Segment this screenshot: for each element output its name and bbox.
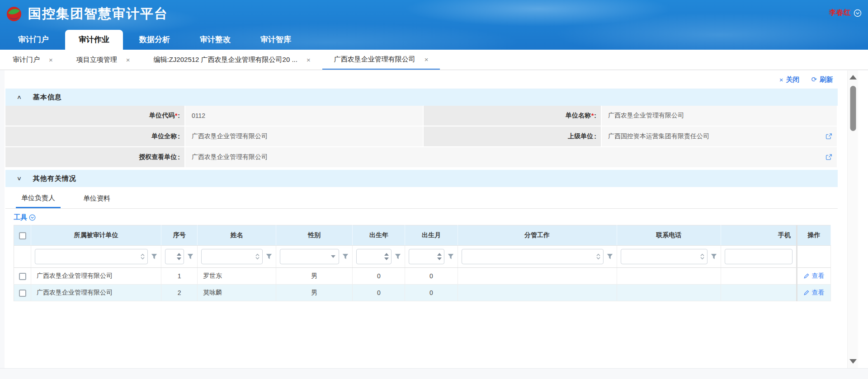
col-header-birth-month: 出生月 (405, 225, 458, 246)
main-nav: 审计门户 审计作业 数据分析 审计整改 审计智库 (5, 30, 305, 50)
page-tab-edit-project[interactable]: 编辑:ZJ202512 广西农垦企业管理有限公司20 ... × (142, 50, 322, 70)
nav-item-data-analysis[interactable]: 数据分析 (126, 30, 184, 50)
vertical-scrollbar[interactable] (847, 70, 858, 368)
cell-name: 罗世东 (198, 268, 276, 285)
nav-item-audit-work[interactable]: 审计作业 (65, 30, 123, 50)
cell-name: 莫咏麟 (198, 285, 276, 301)
section-basic-info[interactable]: ∧ 基本信息 (5, 89, 838, 106)
refresh-icon: ⟳ (811, 75, 817, 84)
bottom-strip (0, 368, 868, 379)
filter-funnel-icon[interactable] (151, 253, 157, 260)
filter-name-input[interactable] (201, 249, 263, 264)
app-header: 国控集团智慧审计平台 李春红 审计门户 审计作业 数据分析 审计整改 审计智库 (0, 0, 868, 50)
pencil-icon (803, 290, 809, 295)
scroll-up-arrow-icon[interactable] (849, 75, 857, 80)
tools-dropdown[interactable]: 工具 (14, 211, 36, 223)
col-header-mobile: 手机 (721, 225, 797, 246)
field-value-unit-code[interactable]: 0112 (185, 106, 423, 126)
section-other-info[interactable]: ∨ 其他有关情况 (5, 170, 838, 187)
close-page-label: 关闭 (786, 75, 799, 84)
nav-item-audit-rectify[interactable]: 审计整改 (186, 30, 244, 50)
row-checkbox[interactable] (19, 290, 26, 297)
field-label-parent-unit: 上级单位: (424, 126, 601, 146)
close-tab-icon[interactable]: × (49, 56, 53, 64)
cell-duty (458, 285, 617, 301)
tab-unit-documents[interactable]: 单位资料 (78, 189, 116, 208)
tab-unit-leaders[interactable]: 单位负责人 (16, 189, 61, 208)
spinner-arrows-icon[interactable] (437, 253, 442, 260)
select-arrow-icon[interactable] (331, 255, 335, 258)
close-icon: × (779, 76, 783, 84)
col-header-name: 姓名 (198, 225, 276, 246)
cell-seq: 2 (161, 285, 198, 301)
filter-org-input[interactable] (35, 249, 148, 264)
page-tab-label: 广西农垦企业管理有限公司 (334, 55, 415, 64)
scroll-down-arrow-icon[interactable] (849, 359, 857, 364)
close-tab-icon[interactable]: × (126, 56, 130, 64)
filter-row (14, 246, 831, 268)
combo-arrows-icon[interactable] (596, 254, 600, 260)
field-label-unit-code: 单位代码*: (5, 106, 184, 126)
basic-info-form: 单位代码*: 0112 单位名称*: 广西农垦企业管理有限公司 单位全称: 广西… (5, 106, 838, 167)
field-label-unit-name: 单位名称*: (424, 106, 601, 126)
refresh-page-button[interactable]: ⟳ 刷新 (811, 75, 833, 84)
filter-funnel-icon[interactable] (711, 253, 717, 260)
filter-mobile-input[interactable] (725, 249, 793, 264)
filter-funnel-icon[interactable] (266, 253, 272, 260)
filter-funnel-icon[interactable] (448, 253, 454, 260)
spinner-arrows-icon[interactable] (177, 253, 181, 260)
field-value-parent-unit[interactable]: 广西国控资本运营集团有限责任公司 (602, 126, 837, 146)
nav-item-audit-knowledge[interactable]: 审计智库 (247, 30, 305, 50)
screen: 国控集团智慧审计平台 李春红 审计门户 审计作业 数据分析 审计整改 审计智库 … (0, 0, 868, 379)
chevron-down-circle-icon (854, 9, 862, 17)
col-header-action: 操作 (797, 225, 830, 246)
table-row: 广西农垦企业管理有限公司 2 莫咏麟 男 0 0 查看 (14, 285, 831, 301)
view-row-button[interactable]: 查看 (803, 289, 824, 297)
field-value-unit-name[interactable]: 广西农垦企业管理有限公司 (602, 106, 837, 126)
col-header-birth-year: 出生年 (353, 225, 405, 246)
filter-funnel-icon[interactable] (607, 253, 613, 260)
page-tab-company-detail[interactable]: 广西农垦企业管理有限公司 × (322, 50, 440, 70)
cell-birth-month: 0 (405, 268, 458, 285)
close-tab-icon[interactable]: × (425, 56, 429, 63)
filter-phone-input[interactable] (621, 249, 708, 264)
filter-funnel-icon[interactable] (395, 253, 401, 260)
combo-arrows-icon[interactable] (141, 254, 145, 260)
section-title: 其他有关情况 (33, 174, 76, 183)
external-link-icon[interactable] (826, 133, 832, 140)
user-menu[interactable]: 李春红 (829, 8, 862, 18)
combo-arrows-icon[interactable] (255, 254, 259, 260)
filter-funnel-icon[interactable] (342, 253, 349, 260)
collapse-up-icon: ∧ (17, 94, 22, 100)
app-logo-icon (6, 6, 22, 22)
view-row-button[interactable]: 查看 (803, 272, 824, 280)
cell-gender: 男 (276, 285, 353, 301)
nav-item-audit-portal[interactable]: 审计门户 (5, 30, 62, 50)
scrollbar-thumb[interactable] (850, 86, 856, 131)
cell-phone (617, 285, 721, 301)
combo-arrows-icon[interactable] (700, 254, 704, 260)
cell-gender: 男 (276, 268, 353, 285)
cell-birth-year: 0 (353, 285, 405, 301)
field-value-auth-view-unit[interactable]: 广西农垦企业管理有限公司 (185, 147, 837, 167)
row-checkbox[interactable] (19, 273, 26, 280)
field-value-unit-full-name[interactable]: 广西农垦企业管理有限公司 (185, 126, 423, 146)
filter-funnel-icon[interactable] (187, 253, 193, 260)
col-header-org: 所属被审计单位 (31, 225, 161, 246)
collapse-down-icon: ∨ (17, 175, 22, 182)
col-header-seq: 序号 (161, 225, 198, 246)
select-all-checkbox[interactable] (19, 232, 26, 239)
close-page-button[interactable]: × 关闭 (779, 75, 800, 84)
page-tab-audit-portal[interactable]: 审计门户 × (1, 50, 65, 70)
table-header-row: 所属被审计单位 序号 姓名 性别 出生年 出生月 分管工作 联系电话 手机 操作 (14, 225, 831, 246)
page-tab-label: 编辑:ZJ202512 广西农垦企业管理有限公司20 ... (154, 56, 297, 64)
field-label-unit-full-name: 单位全称: (5, 126, 184, 146)
filter-gender-select[interactable] (280, 249, 339, 264)
col-header-duty: 分管工作 (458, 225, 617, 246)
other-info-tabs: 单位负责人 单位资料 (5, 189, 838, 209)
filter-duty-input[interactable] (462, 249, 604, 264)
close-tab-icon[interactable]: × (307, 56, 311, 64)
external-link-icon[interactable] (826, 154, 832, 161)
spinner-arrows-icon[interactable] (384, 253, 389, 260)
page-tab-project-setup[interactable]: 项目立项管理 × (65, 50, 142, 70)
